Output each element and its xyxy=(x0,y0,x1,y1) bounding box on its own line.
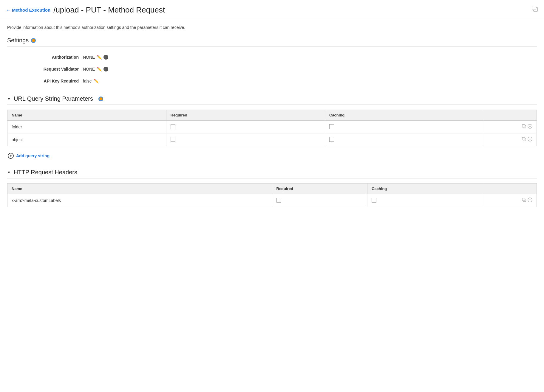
settings-status-dot xyxy=(31,38,36,43)
url-query-col-actions xyxy=(484,110,537,121)
apikey-edit-icon[interactable]: ✏️ xyxy=(94,79,99,83)
http-headers-row-customlabels-actions xyxy=(484,194,537,207)
page-header: ← Method Execution /upload - PUT - Metho… xyxy=(0,0,544,19)
url-query-row-object-caching xyxy=(325,133,484,146)
validator-value: NONE ✏️ i xyxy=(83,67,108,71)
settings-table: Authorization NONE ✏️ i Request Validato… xyxy=(19,51,537,87)
http-headers-section: ▼ HTTP Request Headers Name Required Cac… xyxy=(7,169,537,207)
http-headers-table: Name Required Caching x-amz-meta-customL… xyxy=(7,183,537,207)
add-query-circle-icon: + xyxy=(8,153,14,159)
folder-caching-checkbox[interactable] xyxy=(329,124,334,129)
url-query-chevron-icon: ▼ xyxy=(7,97,11,101)
svg-rect-3 xyxy=(522,125,525,127)
page-title: /upload - PUT - Method Request xyxy=(53,5,165,15)
http-headers-row-customlabels-required xyxy=(272,194,367,207)
settings-row-authorization: Authorization NONE ✏️ i xyxy=(19,51,537,63)
url-query-row-object-name: object xyxy=(7,133,166,146)
apikey-value: false ✏️ xyxy=(83,79,99,83)
http-headers-chevron-icon: ▼ xyxy=(7,170,11,175)
svg-rect-11 xyxy=(522,198,525,201)
url-query-row-folder-name: folder xyxy=(7,121,166,133)
validator-info-icon[interactable]: i xyxy=(103,67,108,71)
settings-divider xyxy=(7,46,537,46)
http-headers-row-customlabels-name: x-amz-meta-customLabels xyxy=(7,194,272,207)
back-arrow-icon: ← xyxy=(6,7,11,13)
back-link[interactable]: ← Method Execution xyxy=(6,7,50,13)
http-headers-row-customlabels-caching xyxy=(367,194,484,207)
http-headers-table-header-row: Name Required Caching xyxy=(7,183,537,194)
settings-title: Settings xyxy=(7,37,29,44)
url-query-row-folder-caching xyxy=(325,121,484,133)
customlabels-actions xyxy=(488,197,533,203)
customlabels-copy-icon[interactable] xyxy=(522,197,526,203)
add-query-string-row: + Add query string xyxy=(7,150,537,162)
authorization-text: NONE xyxy=(83,55,95,60)
url-query-col-name: Name xyxy=(7,110,166,121)
svg-rect-1 xyxy=(532,6,536,10)
http-headers-divider xyxy=(7,178,537,178)
validator-edit-icon[interactable]: ✏️ xyxy=(97,67,102,71)
table-row: object xyxy=(7,133,537,146)
add-query-string-button[interactable]: Add query string xyxy=(16,153,50,158)
svg-rect-7 xyxy=(522,137,525,140)
customlabels-remove-icon[interactable] xyxy=(528,197,532,203)
url-query-col-required: Required xyxy=(166,110,325,121)
url-query-divider xyxy=(7,105,537,105)
authorization-edit-icon[interactable]: ✏️ xyxy=(97,55,102,60)
object-actions xyxy=(488,137,533,143)
http-headers-col-caching: Caching xyxy=(367,183,484,194)
http-headers-col-required: Required xyxy=(272,183,367,194)
table-row: folder xyxy=(7,121,537,133)
apikey-text: false xyxy=(83,79,92,83)
settings-section-header: Settings xyxy=(7,37,537,46)
page-content: Provide information about this method's … xyxy=(0,19,544,220)
authorization-value: NONE ✏️ i xyxy=(83,55,108,60)
url-query-row-folder-required xyxy=(166,121,325,133)
url-query-row-folder-actions xyxy=(484,121,537,133)
url-query-row-object-actions xyxy=(484,133,537,146)
description-text: Provide information about this method's … xyxy=(7,25,537,30)
object-remove-icon[interactable] xyxy=(528,137,532,143)
copy-icon[interactable] xyxy=(531,5,538,14)
folder-required-checkbox[interactable] xyxy=(171,124,175,129)
http-headers-title: HTTP Request Headers xyxy=(14,169,77,176)
folder-copy-icon[interactable] xyxy=(522,124,526,130)
folder-remove-icon[interactable] xyxy=(528,124,532,130)
back-label: Method Execution xyxy=(12,7,50,13)
object-required-checkbox[interactable] xyxy=(171,137,175,142)
object-copy-icon[interactable] xyxy=(522,137,526,143)
url-query-header[interactable]: ▼ URL Query String Parameters xyxy=(7,95,537,105)
url-query-row-object-required xyxy=(166,133,325,146)
customlabels-caching-checkbox[interactable] xyxy=(372,198,376,203)
url-query-table: Name Required Caching folder xyxy=(7,110,537,146)
http-headers-col-name: Name xyxy=(7,183,272,194)
url-query-section: ▼ URL Query String Parameters Name Requi… xyxy=(7,95,537,162)
url-query-status-dot xyxy=(98,97,103,101)
object-caching-checkbox[interactable] xyxy=(329,137,334,142)
authorization-label: Authorization xyxy=(19,55,79,60)
validator-label: Request Validator xyxy=(19,67,79,71)
url-query-col-caching: Caching xyxy=(325,110,484,121)
authorization-info-icon[interactable]: i xyxy=(103,55,108,60)
settings-row-apikey: API Key Required false ✏️ xyxy=(19,75,537,87)
http-headers-header[interactable]: ▼ HTTP Request Headers xyxy=(7,169,537,178)
folder-actions xyxy=(488,124,533,130)
apikey-label: API Key Required xyxy=(19,79,79,83)
settings-row-validator: Request Validator NONE ✏️ i xyxy=(19,63,537,75)
validator-text: NONE xyxy=(83,67,95,71)
url-query-table-header-row: Name Required Caching xyxy=(7,110,537,121)
url-query-title: URL Query String Parameters xyxy=(14,95,93,102)
http-headers-col-actions xyxy=(484,183,537,194)
customlabels-required-checkbox[interactable] xyxy=(276,198,281,203)
table-row: x-amz-meta-customLabels xyxy=(7,194,537,207)
